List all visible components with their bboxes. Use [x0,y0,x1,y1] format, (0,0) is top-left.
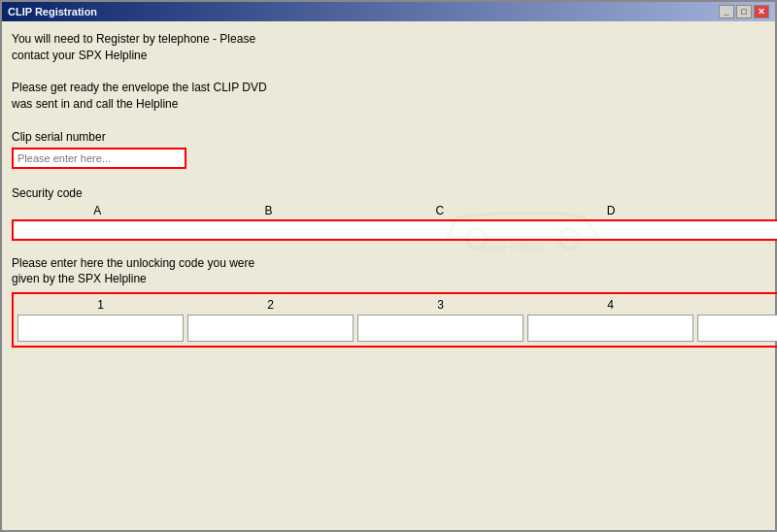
unlock-label-4: 4 [527,298,693,312]
content-area: You will need to Register by telephone -… [2,21,775,532]
security-cols-labels: A B C D E F [12,204,777,217]
unlock-label-2: 2 [187,298,354,312]
unlock-input-4[interactable] [527,315,693,342]
unlock-input-3[interactable] [357,315,524,342]
main-line2: contact your SPX Helpline [12,48,777,64]
col-e: E [696,204,777,217]
col-d: D [525,204,696,217]
close-button[interactable]: ✕ [754,5,769,18]
col-c: C [355,204,525,217]
unlock-inputs-row [17,315,777,342]
col-a: A [12,204,183,217]
security-input-wrapper: Super • OBDII [12,219,777,241]
svg-text:Super • OBDII: Super • OBDII [479,243,542,253]
unlock-label-1: 1 [17,298,184,312]
unlock-line2: given by the SPX Helpline [12,272,147,285]
unlock-section: Please enter here the unlocking code you… [12,256,777,348]
main-line3: Please get ready the envelope the last C… [12,80,777,96]
unlock-input-1[interactable] [17,315,184,342]
unlock-text: Please enter here the unlocking code you… [12,256,777,286]
restore-button[interactable]: □ [736,5,752,18]
main-line4: was sent in and call the Helpline [12,96,777,113]
serial-section: Clip serial number [12,130,777,169]
security-label: Security code [12,186,777,200]
title-bar-buttons: _ □ ✕ [719,5,769,18]
unlock-input-5[interactable] [697,315,777,342]
unlock-label-5: 5 [697,298,777,312]
unlock-container: 1 2 3 4 5 6 [12,292,777,348]
unlock-input-2[interactable] [187,315,354,342]
security-input[interactable] [12,219,777,241]
minimize-button[interactable]: _ [719,5,734,18]
main-text: You will need to Register by telephone -… [12,31,777,113]
security-section: Security code A B C D E F [12,186,777,241]
unlock-line1: Please enter here the unlocking code you… [12,256,254,270]
window-title: CLIP Registration [8,6,97,17]
top-section: You will need to Register by telephone -… [12,31,777,113]
main-window: CLIP Registration _ □ ✕ You will need to… [0,0,777,532]
unlock-labels-row: 1 2 3 4 5 6 [17,298,777,312]
left-panel: You will need to Register by telephone -… [12,31,777,532]
serial-label: Clip serial number [12,130,777,144]
main-line1: You will need to Register by telephone -… [12,31,777,48]
col-b: B [183,204,354,217]
unlock-label-3: 3 [357,298,524,312]
title-bar: CLIP Registration _ □ ✕ [2,2,775,21]
serial-input[interactable] [12,148,186,169]
